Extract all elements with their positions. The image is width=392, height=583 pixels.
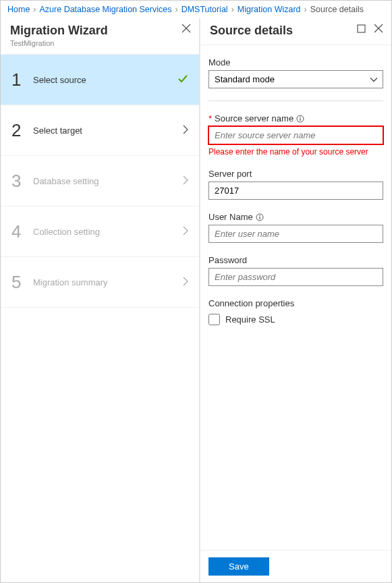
step-migration-summary[interactable]: 5 Migration summary (1, 257, 199, 308)
chevron-right-icon (182, 226, 188, 238)
required-indicator: * (208, 113, 212, 123)
svg-point-5 (259, 215, 260, 216)
step-number: 5 (11, 272, 30, 293)
source-server-input[interactable] (208, 126, 383, 144)
step-database-setting[interactable]: 3 Database setting (1, 156, 199, 206)
wizard-subtitle: TestMigration (10, 39, 108, 47)
step-label: Migration summary (30, 277, 182, 287)
chevron-right-icon: › (175, 5, 177, 14)
step-label: Select source (30, 75, 177, 85)
source-server-label: Source server name (215, 113, 293, 123)
chevron-right-icon (182, 125, 188, 136)
divider (208, 101, 383, 101)
require-ssl-label: Require SSL (225, 314, 275, 325)
breadcrumb-services[interactable]: Azure Database Migration Services (40, 5, 172, 14)
step-number: 4 (11, 221, 30, 242)
maximize-icon[interactable] (357, 24, 366, 33)
step-number: 2 (11, 120, 30, 141)
info-icon[interactable] (296, 115, 304, 123)
info-icon[interactable] (256, 213, 264, 221)
require-ssl-checkbox[interactable] (208, 314, 220, 325)
step-select-target[interactable]: 2 Select target (1, 105, 199, 156)
mode-label: Mode (208, 57, 383, 67)
breadcrumb-wizard[interactable]: Migration Wizard (237, 5, 301, 14)
breadcrumb: Home › Azure Database Migration Services… (1, 1, 391, 18)
step-label: Database setting (30, 176, 182, 186)
step-number: 3 (11, 171, 30, 192)
server-port-input[interactable] (208, 182, 383, 200)
svg-point-2 (300, 116, 301, 117)
step-label: Select target (30, 126, 182, 136)
server-port-label: Server port (208, 169, 383, 179)
svg-rect-0 (358, 25, 365, 32)
step-collection-setting[interactable]: 4 Collection setting (1, 206, 199, 257)
chevron-right-icon: › (231, 5, 234, 14)
svg-rect-6 (259, 217, 260, 219)
breadcrumb-tutorial[interactable]: DMSTutorial (181, 5, 228, 14)
step-number: 1 (11, 70, 30, 90)
source-server-error: Please enter the name of your source ser… (208, 147, 383, 157)
source-details-panel: Source details Mode Standard mode (200, 18, 391, 582)
wizard-panel: Migration Wizard TestMigration 1 Select … (1, 18, 200, 582)
mode-select[interactable]: Standard mode (208, 70, 383, 88)
svg-rect-3 (300, 118, 301, 121)
save-button[interactable]: Save (208, 557, 269, 576)
checkmark-icon (177, 74, 188, 86)
password-input[interactable] (208, 268, 383, 286)
step-select-source[interactable]: 1 Select source (1, 55, 199, 105)
user-name-label: User Name (208, 212, 253, 222)
connection-properties-label: Connection properties (208, 298, 383, 308)
breadcrumb-home[interactable]: Home (7, 5, 30, 14)
chevron-right-icon (182, 277, 188, 288)
close-icon[interactable] (181, 24, 191, 33)
wizard-title: Migration Wizard (10, 24, 108, 38)
source-details-title: Source details (210, 24, 293, 38)
chevron-right-icon (182, 175, 188, 187)
password-label: Password (208, 255, 383, 265)
chevron-right-icon: › (33, 5, 36, 14)
close-icon[interactable] (374, 24, 383, 33)
step-label: Collection setting (30, 227, 182, 237)
user-name-input[interactable] (208, 225, 383, 243)
breadcrumb-current: Source details (310, 5, 364, 14)
chevron-right-icon: › (304, 5, 307, 14)
